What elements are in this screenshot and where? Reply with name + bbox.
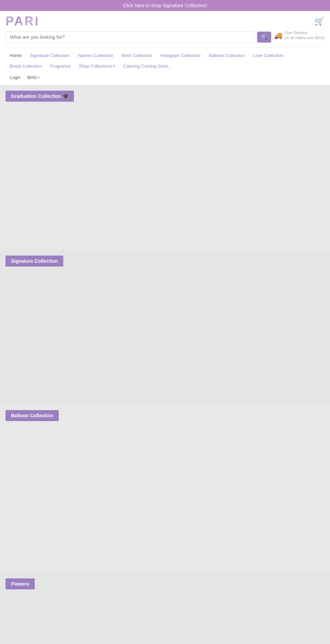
logo-text: PARI <box>6 15 40 27</box>
nav-bridal[interactable]: Bridal Collection <box>6 61 46 71</box>
header: PARI 🛒 🔍 🚚 Free Delivery on all orders o… <box>0 11 330 85</box>
signature-image <box>0 250 330 405</box>
tertiary-nav: Login BHD ▾ <box>6 73 324 85</box>
delivery-line1: Free Delivery <box>285 30 324 35</box>
nav-balloon[interactable]: Balloon Collection <box>205 50 249 61</box>
nav-home[interactable]: Home <box>6 50 26 61</box>
graduation-collection-label[interactable]: Graduation Collection 🎓 <box>6 91 74 102</box>
nav-signature[interactable]: Signature Collection <box>26 50 74 61</box>
search-button[interactable]: 🔍 <box>257 32 271 43</box>
graduation-banner: Graduation Collection 🎓 <box>0 85 330 250</box>
flowers-image <box>0 573 330 644</box>
balloon-banner: Balloon Collection <box>0 405 330 573</box>
secondary-nav: Bridal Collection Fragrance Shop Collect… <box>6 61 324 73</box>
search-row: 🔍 🚚 Free Delivery on all orders over BD1… <box>6 30 324 44</box>
truck-icon: 🚚 <box>274 31 283 39</box>
flowers-collection-label[interactable]: Flowers <box>6 578 35 589</box>
balloon-image <box>0 405 330 573</box>
logo[interactable]: PARI <box>6 15 40 27</box>
delivery-info: 🚚 Free Delivery on all orders over BD15 <box>274 30 324 41</box>
currency-arrow: ▾ <box>38 76 40 79</box>
nav-love[interactable]: Love Collection <box>249 50 288 61</box>
nav-names[interactable]: Names Collection <box>74 50 117 61</box>
flowers-banner: Flowers <box>0 573 330 644</box>
nav-shop-collections[interactable]: Shop Collections ▾ <box>75 61 119 71</box>
primary-nav: Home Signature Collection Names Collecti… <box>6 47 324 61</box>
signature-collection-label[interactable]: Signature Collection <box>6 256 63 267</box>
nav-hologram[interactable]: Hologram Collection <box>156 50 205 61</box>
currency-label: BHD <box>28 75 37 80</box>
delivery-line2: on all orders over BD15 <box>285 35 324 41</box>
main-content: Graduation Collection 🎓 Signature Collec… <box>0 85 330 644</box>
cart-icon[interactable]: 🛒 <box>314 16 324 26</box>
balloon-collection-label[interactable]: Balloon Collection <box>6 410 59 421</box>
search-input[interactable] <box>6 31 254 43</box>
signature-banner: Signature Collection <box>0 250 330 405</box>
login-button[interactable]: Login <box>6 73 25 82</box>
nav-wish[interactable]: Wish Collection <box>117 50 156 61</box>
top-banner[interactable]: Click here to shop Signature Collection! <box>0 0 330 11</box>
currency-selector[interactable]: BHD ▾ <box>25 73 42 82</box>
nav-fragrance[interactable]: Fragrance <box>46 61 75 71</box>
delivery-text: Free Delivery on all orders over BD15 <box>285 30 324 41</box>
nav-shop-collections-label: Shop Collections <box>79 64 112 69</box>
nav-catering[interactable]: Catering Coming Soon.. <box>119 61 175 71</box>
header-top: PARI 🛒 <box>6 15 324 27</box>
shop-collections-arrow: ▾ <box>113 64 115 68</box>
graduation-image <box>0 85 330 250</box>
